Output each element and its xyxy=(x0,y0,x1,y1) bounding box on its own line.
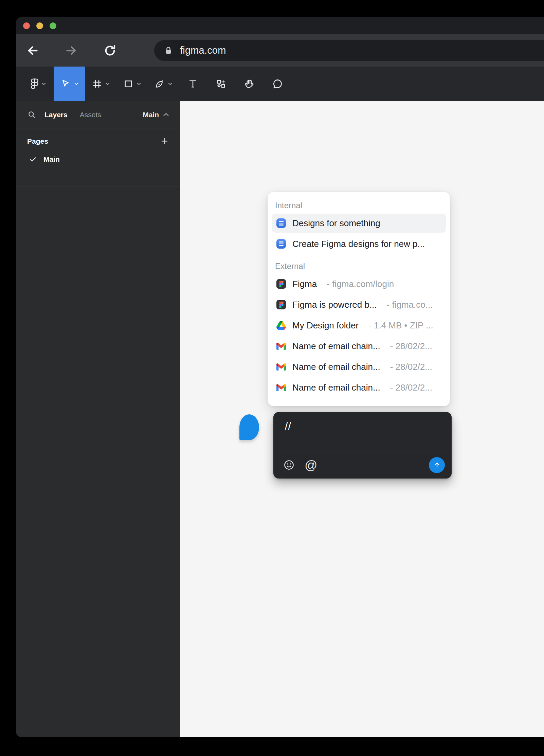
chevron-down-icon xyxy=(137,83,141,85)
back-button[interactable] xyxy=(25,43,40,58)
suggestion-suffix: - 28/02/2... xyxy=(390,382,432,393)
suggestion-title: Figma is powered b... xyxy=(292,300,377,310)
document-icon xyxy=(276,239,286,249)
chevron-down-icon xyxy=(168,83,172,85)
actions-tool-button[interactable] xyxy=(207,67,235,101)
suggestion-item[interactable]: Name of email chain... - 28/02/2... xyxy=(272,357,446,376)
comment-bubble-icon xyxy=(272,78,283,90)
text-icon xyxy=(187,78,198,89)
suggestion-item[interactable]: Create Figma designs for new p... xyxy=(272,234,446,253)
cursor-icon xyxy=(60,78,71,89)
arrow-up-icon xyxy=(433,461,441,469)
suggestion-title: Name of email chain... xyxy=(292,341,380,352)
send-comment-button[interactable] xyxy=(429,457,445,473)
popup-section-label: Internal xyxy=(272,198,446,214)
suggestion-suffix: - 28/02/2... xyxy=(390,341,432,352)
search-icon xyxy=(27,110,36,119)
frame-icon xyxy=(92,78,103,89)
document-icon xyxy=(276,218,286,228)
emoji-button[interactable] xyxy=(283,459,295,471)
reload-button[interactable] xyxy=(103,43,117,58)
mention-button[interactable]: @ xyxy=(305,459,318,471)
pages-title: Pages xyxy=(27,137,48,145)
shape-tool-button[interactable] xyxy=(116,67,147,101)
comment-composer: // @ xyxy=(273,412,452,479)
close-window-button[interactable] xyxy=(23,22,30,29)
comment-text-input[interactable]: // xyxy=(273,412,452,451)
address-bar[interactable]: figma.com xyxy=(154,40,544,61)
suggestion-title: Figma xyxy=(292,279,317,289)
figma-logo-icon xyxy=(31,78,39,90)
tab-layers[interactable]: Layers xyxy=(44,111,68,119)
comment-composer-toolbar: @ xyxy=(273,451,452,479)
reload-icon xyxy=(103,43,117,58)
search-button[interactable] xyxy=(27,110,36,119)
google-drive-icon xyxy=(276,321,286,330)
suggestion-item[interactable]: Designs for something xyxy=(272,214,446,233)
page-selector-dropdown[interactable]: Main xyxy=(143,111,169,119)
hand-tool-button[interactable] xyxy=(235,67,263,101)
chevron-up-icon xyxy=(163,113,169,116)
pages-panel: Pages Main xyxy=(16,128,180,186)
pen-icon xyxy=(154,78,165,89)
main-menu-button[interactable] xyxy=(22,67,54,101)
back-arrow-icon xyxy=(26,44,39,57)
suggestion-suffix: - figma.co... xyxy=(387,300,433,310)
gmail-icon xyxy=(276,362,286,372)
suggestion-suffix: - 28/02/2... xyxy=(390,362,432,372)
window-titlebar xyxy=(16,17,544,34)
pages-header: Pages xyxy=(27,137,169,146)
left-sidebar: Layers Assets Main Pages xyxy=(16,101,180,737)
comment-pin[interactable] xyxy=(239,414,259,440)
figma-toolbar xyxy=(16,67,544,101)
suggestion-item[interactable]: Name of email chain... - 28/02/2... xyxy=(272,337,446,356)
comment-typed-text: // xyxy=(285,420,291,432)
chevron-down-icon xyxy=(74,83,78,85)
suggestion-item[interactable]: Figma - figma.com/login xyxy=(272,274,446,293)
suggestion-item[interactable]: Figma is powered b... - figma.co... xyxy=(272,295,446,314)
tab-assets[interactable]: Assets xyxy=(80,111,101,119)
suggestion-title: Name of email chain... xyxy=(292,362,380,372)
checkmark-icon xyxy=(29,156,37,163)
layers-empty-area xyxy=(16,186,180,737)
smiley-icon xyxy=(283,459,295,471)
suggestion-suffix: - 1.4 MB • ZIP ... xyxy=(368,320,433,331)
figma-app-icon xyxy=(276,300,286,309)
chevron-down-icon xyxy=(42,83,46,85)
lock-icon xyxy=(163,45,174,56)
browser-window: figma.com xyxy=(16,17,544,737)
rectangle-icon xyxy=(123,78,134,89)
suggestion-item[interactable]: My Design folder - 1.4 MB • ZIP ... xyxy=(272,316,446,335)
gmail-icon xyxy=(276,341,286,351)
suggestion-suffix: - figma.com/login xyxy=(327,279,394,289)
page-item-main[interactable]: Main xyxy=(27,155,169,163)
suggestion-item[interactable]: Name of email chain... - 28/02/2... xyxy=(272,378,446,397)
screen: figma.com xyxy=(0,0,544,756)
url-text: figma.com xyxy=(180,45,226,56)
page-item-label: Main xyxy=(43,155,60,163)
gmail-icon xyxy=(276,383,286,392)
frame-tool-button[interactable] xyxy=(85,67,116,101)
text-tool-button[interactable] xyxy=(179,67,207,101)
comment-tool-button[interactable] xyxy=(263,67,291,101)
plus-icon xyxy=(160,137,169,146)
suggestion-title: My Design folder xyxy=(292,320,359,331)
chevron-down-icon xyxy=(106,83,110,85)
popup-section-label: External xyxy=(272,259,446,274)
suggestion-title: Designs for something xyxy=(292,218,380,229)
page-selector-label: Main xyxy=(143,111,159,119)
move-tool-button[interactable] xyxy=(54,67,85,101)
forward-button[interactable] xyxy=(64,43,79,58)
canvas[interactable]: Internal Designs for something Create Fi… xyxy=(180,101,544,737)
window-content: Layers Assets Main Pages xyxy=(16,101,544,737)
suggestion-title: Create Figma designs for new p... xyxy=(292,239,425,249)
minimize-window-button[interactable] xyxy=(36,22,43,29)
suggestion-title: Name of email chain... xyxy=(292,382,380,393)
forward-arrow-icon xyxy=(65,44,78,57)
figma-app-icon xyxy=(276,279,286,289)
link-suggestion-popup: Internal Designs for something Create Fi… xyxy=(268,192,450,406)
pen-tool-button[interactable] xyxy=(147,67,179,101)
zoom-window-button[interactable] xyxy=(50,22,56,29)
browser-toolbar: figma.com xyxy=(16,34,544,67)
add-page-button[interactable] xyxy=(160,137,169,146)
